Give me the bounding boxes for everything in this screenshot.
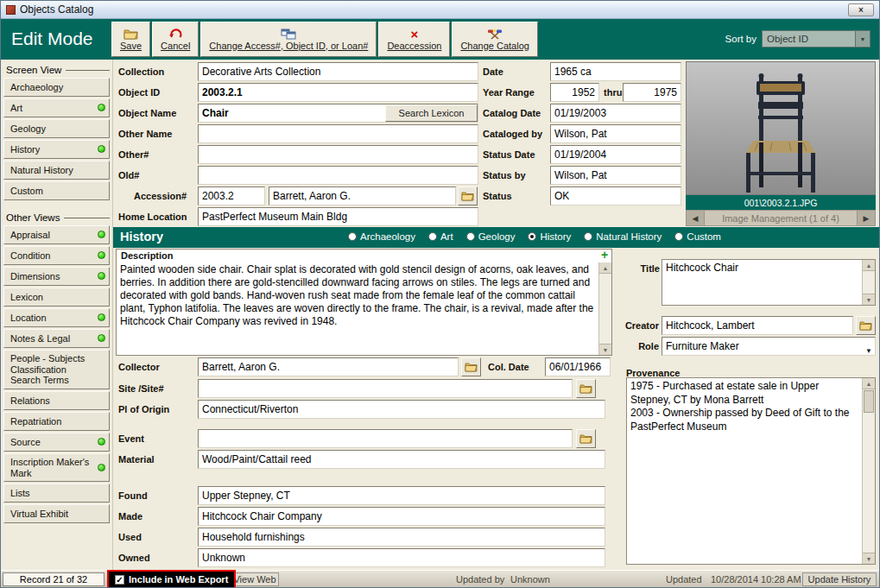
collector-field[interactable]: Barrett, Aaron G. [198, 357, 459, 376]
cataloged-by-field[interactable]: Wilson, Pat [550, 124, 681, 143]
place-of-origin-field[interactable]: Connecticut/Riverton [198, 400, 605, 419]
other-number-field[interactable] [198, 145, 478, 164]
sidebar-item-dimensions[interactable]: Dimensions [3, 267, 110, 286]
radio-art[interactable]: Art [428, 231, 453, 242]
accession-number-field[interactable]: 2003.2 [198, 187, 265, 205]
sidebar-item-natural-history[interactable]: Natural History [3, 161, 110, 180]
radio-history[interactable]: History [528, 231, 571, 242]
sidebar-item-virtual-exhibit[interactable]: Virtual Exhibit [3, 504, 110, 523]
event-lookup-button[interactable] [576, 429, 596, 448]
change-access-button[interactable]: Change Access#, Object ID, or Loan# [200, 22, 377, 57]
sort-dropdown-button[interactable]: ▼ [855, 31, 870, 47]
sidebar-item-custom[interactable]: Custom [3, 181, 110, 200]
previous-image-button[interactable]: ◀ [687, 211, 705, 225]
sidebar-item-appraisal[interactable]: Appraisal [3, 225, 110, 244]
sidebar-item-source[interactable]: Source [3, 433, 110, 452]
material-field[interactable]: Wood/Paint/Cattail reed [198, 450, 605, 469]
scroll-down-icon[interactable]: ▼ [863, 294, 875, 305]
scroll-down-icon[interactable]: ▼ [863, 553, 875, 564]
deaccession-button[interactable]: × Deaccession [378, 22, 450, 57]
made-field[interactable]: Hitchcock Chair Company [198, 507, 605, 526]
title-box[interactable]: Hitchcock Chair ▲ ▼ [662, 259, 876, 306]
web-export-checkbox[interactable]: ✓ [115, 575, 124, 585]
status-by-field[interactable]: Wilson, Pat [550, 166, 681, 185]
next-image-button[interactable]: ▶ [857, 211, 875, 225]
sidebar-item-repatriation[interactable]: Repatriation [3, 412, 110, 431]
sidebar-item-lists[interactable]: Lists [3, 484, 110, 503]
year-from-field[interactable]: 1952 [550, 83, 599, 102]
sort-by-combobox[interactable]: Object ID ▼ [762, 30, 871, 47]
image-management-label[interactable]: Image Management (1 of 4) [705, 211, 857, 225]
status-date-field[interactable]: 01/19/2004 [550, 145, 681, 164]
change-catalog-button[interactable]: Change Catalog [452, 22, 538, 57]
chevron-down-icon[interactable]: ▼ [865, 343, 872, 356]
creator-lookup-button[interactable] [856, 316, 876, 335]
view-web-button[interactable]: View Web [231, 572, 279, 586]
collector-lookup-button[interactable] [461, 357, 481, 376]
date-field[interactable]: 1965 ca [550, 62, 681, 81]
sidebar-item-relations[interactable]: Relations [3, 391, 110, 410]
status-field[interactable]: OK [550, 187, 681, 205]
object-id-field[interactable]: 2003.2.1 [198, 83, 478, 102]
year-to-field[interactable]: 1975 [623, 83, 681, 102]
radio-archaeology[interactable]: Archaeology [348, 231, 415, 242]
role-dropdown[interactable]: Furniture Maker ▼ [662, 337, 876, 356]
expand-plus-icon[interactable]: + [598, 250, 611, 262]
creator-field[interactable]: Hitchcock, Lambert [662, 316, 853, 335]
sidebar-item-history[interactable]: History [3, 140, 110, 159]
sidebar-item-lexicon[interactable]: Lexicon [3, 288, 110, 307]
sidebar-item-condition[interactable]: Condition [3, 246, 110, 265]
old-number-field[interactable] [198, 166, 478, 185]
owned-field[interactable]: Unknown [198, 548, 605, 567]
used-field[interactable]: Household furnishings [198, 528, 605, 547]
found-field[interactable]: Upper Stepney, CT [198, 486, 605, 505]
sidebar-item-archaeology[interactable]: Archaeology [3, 78, 110, 97]
sidebar-item-location[interactable]: Location [3, 308, 110, 327]
title-text[interactable]: Hitchcock Chair [666, 262, 860, 303]
close-button[interactable]: × [848, 3, 874, 16]
catalog-date-field[interactable]: 01/19/2003 [550, 104, 681, 123]
title-bar[interactable]: Objects Catalog × [1, 1, 879, 19]
title-scrollbar[interactable]: ▲ ▼ [862, 260, 875, 305]
main-area: Collection Decorative Arts Collection Ob… [113, 60, 880, 571]
include-in-web-export-highlight[interactable]: ✓ Include in Web Export [107, 570, 236, 588]
folder-icon [461, 191, 474, 201]
scroll-up-icon[interactable]: ▲ [863, 378, 875, 389]
site-field[interactable] [198, 379, 573, 398]
description-box[interactable]: Description + Painted wooden side chair.… [116, 249, 612, 356]
scroll-up-icon[interactable]: ▲ [863, 260, 875, 271]
description-scrollbar[interactable]: ▲ ▼ [598, 262, 611, 355]
object-photo[interactable] [686, 61, 876, 195]
search-lexicon-button[interactable]: Search Lexicon [385, 104, 478, 122]
provenance-text[interactable]: 1975 - Purchased at estate sale in Upper… [630, 380, 860, 562]
other-name-field[interactable] [198, 124, 478, 143]
site-lookup-button[interactable] [576, 379, 596, 398]
sidebar-item-people-subjects[interactable]: People - Subjects Classification Search … [3, 350, 110, 389]
scroll-down-icon[interactable]: ▼ [599, 344, 611, 355]
description-text[interactable]: Painted wooden side chair. Chair splat i… [120, 263, 596, 353]
accession-source-field[interactable]: Barrett, Aaron G. [269, 187, 456, 205]
scroll-thumb[interactable] [864, 390, 874, 413]
cancel-button[interactable]: Cancel [152, 22, 199, 57]
collection-field[interactable]: Decorative Arts Collection [198, 62, 478, 81]
radio-geology[interactable]: Geology [466, 231, 516, 242]
home-location-field[interactable]: PastPerfect Museum Main Bldg [198, 207, 478, 226]
object-name-label: Object Name [118, 104, 196, 123]
radio-natural-history[interactable]: Natural History [584, 231, 662, 242]
col-date-field[interactable]: 06/01/1966 [545, 357, 611, 376]
provenance-scrollbar[interactable]: ▲ ▼ [862, 378, 875, 564]
image-filename: 001\2003.2.1.JPG [686, 195, 876, 210]
sidebar-item-inscription-makers-mark[interactable]: Inscription Maker's Mark [3, 453, 110, 482]
save-button[interactable]: Save [111, 22, 150, 57]
scroll-up-icon[interactable]: ▲ [599, 262, 611, 274]
accession-lookup-button[interactable] [458, 187, 478, 205]
radio-custom[interactable]: Custom [674, 231, 721, 242]
material-label: Material [118, 450, 196, 469]
update-history-button[interactable]: Update History [802, 572, 877, 586]
sidebar-item-art[interactable]: Art [3, 98, 110, 117]
sidebar-item-notes-legal[interactable]: Notes & Legal [3, 329, 110, 348]
event-field[interactable] [198, 429, 573, 448]
provenance-box[interactable]: 1975 - Purchased at estate sale in Upper… [626, 377, 876, 565]
sidebar-item-geology[interactable]: Geology [3, 119, 110, 138]
accession-label: Accession# [134, 187, 196, 205]
